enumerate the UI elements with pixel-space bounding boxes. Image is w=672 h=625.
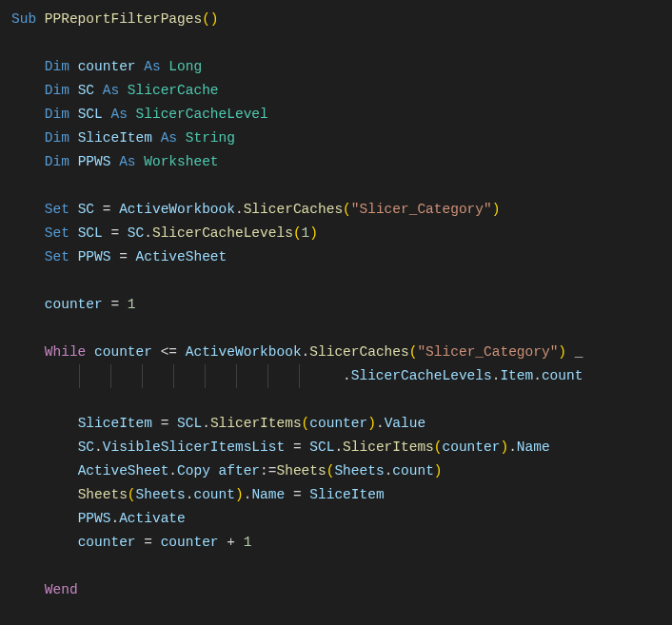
code-line: While counter <= ActiveWorkbook.SlicerCa… bbox=[11, 341, 672, 364]
code-line: PPWS.Activate bbox=[11, 507, 672, 531]
code-line: SliceItem = SCL.SlicerItems(counter).Val… bbox=[11, 412, 672, 436]
code-line: Set SCL = SC.SlicerCacheLevels(1) bbox=[11, 222, 672, 245]
code-line: Set SC = ActiveWorkbook.SlicerCaches("Sl… bbox=[11, 198, 672, 222]
code-line: counter = counter + 1 bbox=[11, 531, 672, 555]
code-line: SC.VisibleSlicerItemsList = SCL.SlicerIt… bbox=[11, 436, 672, 459]
code-line: Dim counter As Long bbox=[11, 55, 672, 79]
code-line bbox=[11, 174, 672, 198]
code-line: .SlicerCacheLevels.Item.count bbox=[11, 364, 672, 388]
code-line: Wend bbox=[11, 578, 672, 602]
code-line: Dim SliceItem As String bbox=[11, 127, 672, 150]
code-editor[interactable]: Sub PPReportFilterPages() Dim counter As… bbox=[11, 8, 672, 625]
keyword-sub: Sub bbox=[11, 11, 36, 27]
code-line: Dim PPWS As Worksheet bbox=[11, 150, 672, 174]
code-line bbox=[11, 317, 672, 341]
code-line: Sub PPReportFilterPages() bbox=[11, 8, 672, 31]
code-line: Dim SCL As SlicerCacheLevel bbox=[11, 103, 672, 127]
code-line bbox=[11, 602, 672, 625]
code-line: ActiveSheet.Copy after:=Sheets(Sheets.co… bbox=[11, 459, 672, 483]
code-line bbox=[11, 555, 672, 578]
code-line: counter = 1 bbox=[11, 293, 672, 317]
code-line: Set PPWS = ActiveSheet bbox=[11, 245, 672, 269]
code-line bbox=[11, 31, 672, 55]
code-line bbox=[11, 269, 672, 293]
sub-name: PPReportFilterPages bbox=[45, 11, 202, 27]
code-line: Dim SC As SlicerCache bbox=[11, 79, 672, 103]
code-line: Sheets(Sheets.count).Name = SliceItem bbox=[11, 483, 672, 507]
code-line bbox=[11, 388, 672, 412]
